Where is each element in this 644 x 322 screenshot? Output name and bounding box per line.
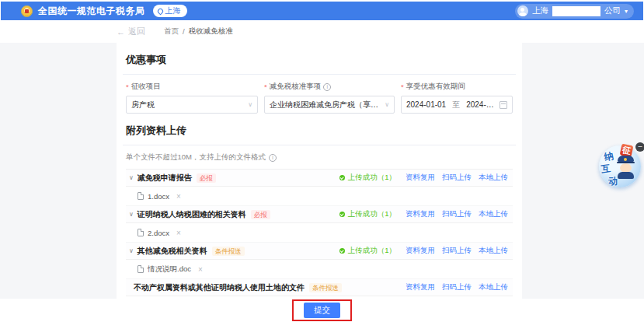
- collection-item-select[interactable]: 房产税 ∨: [126, 96, 258, 114]
- required-tag: 必报: [251, 210, 270, 219]
- reuse-material-link[interactable]: 资料复用: [406, 173, 435, 183]
- info-icon[interactable]: i: [323, 83, 331, 91]
- sub-header: ← 返回 首页 / 税收减免核准: [0, 20, 644, 43]
- upload-status: 上传成功（1）: [339, 173, 396, 183]
- local-upload-link[interactable]: 本地上传: [479, 282, 508, 292]
- reuse-material-link[interactable]: 资料复用: [406, 209, 435, 219]
- calendar-icon: [500, 101, 507, 109]
- assistant-char: 互: [600, 162, 611, 177]
- assistant-mascot-icon[interactable]: [615, 156, 635, 182]
- company-name-prefix: 上海: [532, 5, 548, 16]
- field-valid-period: * 享受优惠有效期间 2024-01-01 至 2024-12-31: [401, 82, 513, 114]
- remove-file-icon[interactable]: ×: [198, 265, 203, 274]
- upload-status: 上传成功（1）: [339, 246, 396, 256]
- upload-hint: 单个文件不超过10M，支持上传的文件格式 i: [123, 145, 516, 163]
- chevron-down-icon: ∨: [385, 101, 389, 108]
- scan-upload-link[interactable]: 扫码上传: [442, 209, 472, 219]
- app-header: 全国统一规范电子税务局 上海 上海 公司 ▾: [1, 2, 643, 20]
- scan-upload-link[interactable]: 扫码上传: [442, 282, 472, 292]
- select-value: 企业纳税困难减免房产税（享受免税，自1986-10-...: [270, 100, 381, 110]
- success-dot-icon: [339, 175, 345, 180]
- file-name: 2.docx: [148, 229, 169, 237]
- upload-row-property-ownership: 不动产权属资料或其他证明纳税人使用土地的文件 条件报送 资料复用 扫码上传 本地…: [126, 279, 513, 296]
- success-dot-icon: [339, 248, 345, 254]
- uploaded-file-row: 情况说明.doc ×: [126, 260, 513, 279]
- chevron-down-icon: ∨: [248, 101, 252, 108]
- collapse-caret-icon[interactable]: ∨: [129, 211, 134, 218]
- upload-row-other-materials: ∨ 其他减免税相关资料 条件报送 上传成功（1） 资料复用 扫码上传 本地上传: [126, 243, 513, 260]
- conditional-tag: 条件报送: [309, 283, 342, 292]
- upload-item-name: 不动产权属资料或其他证明纳税人使用土地的文件: [134, 282, 305, 293]
- file-icon: [138, 229, 144, 236]
- field-label: 征收项目: [131, 82, 161, 92]
- required-mark: *: [264, 82, 267, 91]
- submit-button[interactable]: 提交: [304, 303, 340, 318]
- required-tag: 必报: [197, 173, 216, 183]
- collapse-caret-icon[interactable]: ∨: [129, 247, 134, 254]
- redacted-company-name: [552, 6, 600, 16]
- minimize-assistant-button[interactable]: –: [635, 142, 644, 152]
- required-mark: *: [401, 82, 404, 91]
- file-name: 1.docx: [148, 192, 169, 201]
- breadcrumb-separator: /: [183, 27, 185, 36]
- select-value: 房产税: [131, 100, 245, 110]
- form-card: 优惠事项 * 征收项目 房产税 ∨ * 减免税核准事项 i: [117, 43, 522, 299]
- field-approval-matter: * 减免税核准事项 i 企业纳税困难减免房产税（享受免税，自1986-10-..…: [264, 82, 395, 114]
- local-upload-link[interactable]: 本地上传: [479, 173, 508, 183]
- collapse-caret-icon[interactable]: ∨: [129, 174, 134, 181]
- user-avatar-icon: [517, 5, 528, 16]
- location-badge[interactable]: 上海: [153, 5, 187, 17]
- file-icon: [138, 265, 144, 273]
- scan-upload-link[interactable]: 扫码上传: [442, 173, 472, 183]
- required-mark: *: [126, 82, 129, 91]
- user-menu[interactable]: 上海 公司 ▾: [515, 4, 634, 19]
- uploaded-file-row: 2.docx ×: [126, 223, 513, 243]
- status-text: 上传成功（1）: [348, 173, 396, 183]
- breadcrumb-home[interactable]: 首页: [164, 26, 179, 37]
- local-upload-link[interactable]: 本地上传: [479, 246, 508, 256]
- back-label: 返回: [128, 26, 145, 37]
- tax-assistant-widget: 纳 征 互 动 –: [599, 142, 644, 190]
- upload-row-application-report: ∨ 减免税申请报告 必报 上传成功（1） 资料复用 扫码上传 本地上传: [126, 170, 513, 187]
- success-dot-icon: [339, 212, 345, 217]
- back-arrow-icon: ←: [117, 27, 125, 37]
- file-name: 情况说明.doc: [148, 264, 191, 275]
- company-name-suffix: 公司: [604, 5, 621, 16]
- breadcrumb: 首页 / 税收减免核准: [164, 26, 233, 37]
- status-text: 上传成功（1）: [348, 246, 396, 256]
- annotation-highlight: 提交: [292, 299, 352, 321]
- approval-matter-select[interactable]: 企业纳税困难减免房产税（享受免税，自1986-10-... ∨: [264, 96, 395, 114]
- upload-hint-text: 单个文件不超过10M，支持上传的文件格式: [126, 152, 266, 163]
- screen: 全国统一规范电子税务局 上海 上海 公司 ▾ ← 返回 首页 / 税收减免核准 …: [0, 0, 644, 322]
- status-text: 上传成功（1）: [348, 209, 396, 219]
- dropdown-caret-icon: ▾: [625, 8, 628, 15]
- breadcrumb-current: 税收减免核准: [189, 26, 233, 37]
- uploaded-file-row: 1.docx ×: [126, 187, 513, 206]
- remove-file-icon[interactable]: ×: [176, 229, 181, 237]
- reuse-material-link[interactable]: 资料复用: [406, 282, 435, 292]
- date-separator: 至: [449, 100, 463, 110]
- location-pin-icon: [156, 7, 164, 15]
- date-range-input[interactable]: 2024-01-01 至 2024-12-31: [401, 96, 513, 114]
- app-title: 全国统一规范电子税务局: [38, 5, 145, 18]
- info-icon[interactable]: i: [269, 154, 277, 162]
- scan-upload-link[interactable]: 扫码上传: [442, 246, 472, 256]
- back-button[interactable]: ← 返回: [117, 26, 145, 37]
- upload-table: ∨ 减免税申请报告 必报 上传成功（1） 资料复用 扫码上传 本地上传: [126, 169, 513, 296]
- upload-item-name: 证明纳税人纳税困难的相关资料: [138, 209, 246, 220]
- date-end: 2024-12-31: [466, 100, 496, 109]
- upload-status: 上传成功（1）: [339, 209, 396, 219]
- remove-file-icon[interactable]: ×: [176, 192, 181, 201]
- field-label: 减免税核准事项: [270, 82, 322, 92]
- field-collection-item: * 征收项目 房产税 ∨: [126, 82, 258, 114]
- footer-bar: 提交: [0, 299, 644, 322]
- reuse-material-link[interactable]: 资料复用: [406, 246, 435, 256]
- form-row: * 征收项目 房产税 ∨ * 减免税核准事项 i 企业纳税困难减免房产税（享受免…: [123, 75, 516, 114]
- field-label: 享受优惠有效期间: [406, 82, 465, 92]
- section-title-preferential: 优惠事项: [123, 43, 516, 75]
- upload-item-name: 其他减免税相关资料: [138, 246, 207, 257]
- tax-emblem-icon: [21, 5, 33, 17]
- upload-item-name: 减免税申请报告: [138, 173, 192, 184]
- location-label: 上海: [165, 5, 181, 17]
- local-upload-link[interactable]: 本地上传: [479, 209, 508, 219]
